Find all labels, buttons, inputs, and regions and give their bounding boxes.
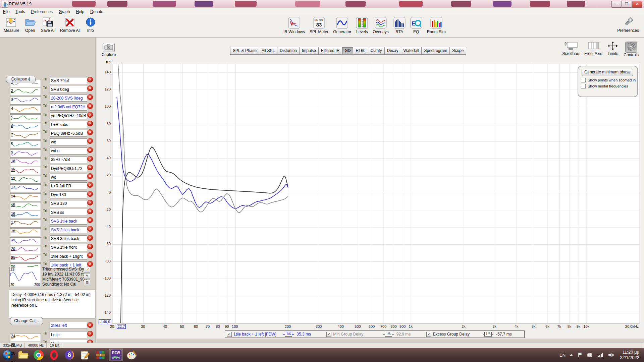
menu-file[interactable]: File [0, 8, 12, 15]
taskbar-secure-browser[interactable] [63, 349, 76, 361]
measurement-thumbnail[interactable]: 16 [10, 211, 41, 219]
controls-button[interactable]: Controls [624, 42, 639, 57]
clock[interactable]: 11:20 μμ 22/1/2022 [620, 350, 639, 360]
eq-button[interactable]: EEQ [410, 17, 422, 34]
measurement-name-input[interactable] [50, 156, 87, 163]
taskbar-chrome[interactable] [32, 349, 45, 361]
change-cal-button[interactable]: Change Cal... [10, 317, 43, 325]
taskbar-rew[interactable]: REWV5.1 [109, 349, 123, 361]
measurement-thumbnail[interactable]: 7 [10, 132, 41, 140]
taskbar-file-explorer[interactable] [16, 349, 30, 361]
measurement-row-10[interactable]: 10Tri✕ [5, 157, 93, 166]
rta-button[interactable]: RTA [393, 17, 406, 34]
measurement-thumbnail[interactable]: 5 [10, 114, 41, 122]
measurement-name-input[interactable] [50, 253, 87, 260]
measurement-thumbnail[interactable]: 3 [10, 97, 41, 105]
delete-measurement-button[interactable]: ✕ [87, 173, 93, 179]
scrollbars-button[interactable]: Scrollbars [562, 42, 580, 57]
plot-area[interactable] [112, 64, 640, 323]
menu-help[interactable]: Help [73, 8, 87, 15]
delete-measurement-button[interactable]: ✕ [87, 182, 93, 188]
info-sheet-icon[interactable]: ▤ [84, 280, 90, 285]
measurement-thumbnail[interactable]: 13 [10, 184, 41, 192]
spl-meter-button[interactable]: dB SPL83SPL Meter [310, 17, 328, 34]
taskbar-notepad[interactable] [78, 349, 92, 361]
measurement-row-8[interactable]: 8Tri✕ [5, 139, 93, 148]
measurement-name-input[interactable] [50, 209, 87, 216]
measurement-thumbnail[interactable]: 8 [10, 140, 41, 148]
measurement-name-input[interactable] [50, 104, 87, 111]
delete-measurement-button[interactable]: ✕ [87, 165, 93, 170]
network-signal-icon[interactable] [598, 352, 604, 358]
measurement-row-17[interactable]: 17Tri✕ [5, 218, 93, 227]
language-indicator[interactable]: EN [559, 353, 566, 358]
remove-all-button[interactable]: Remove All [60, 17, 80, 33]
trace-visibility-checkbox[interactable]: ✓ [326, 332, 331, 337]
delete-measurement-button[interactable]: ✕ [87, 244, 93, 249]
tab-impulse[interactable]: Impulse [300, 47, 319, 55]
taskbar-paint[interactable] [125, 349, 139, 361]
close-button[interactable]: ✕ [632, 1, 642, 8]
preferences-button[interactable]: Preferences [617, 17, 639, 33]
measurement-name-input[interactable] [50, 331, 87, 338]
levels-button[interactable]: 0369Levels [356, 17, 368, 34]
tab-rt60[interactable]: RT60 [353, 47, 368, 55]
delete-measurement-button[interactable]: ✕ [87, 235, 93, 241]
measurement-name-input[interactable] [50, 121, 87, 128]
tab-filtered-ir[interactable]: Filtered IR [319, 47, 342, 55]
delete-measurement-button[interactable]: ✕ [87, 138, 93, 144]
delete-measurement-button[interactable]: ✕ [87, 156, 93, 162]
measurement-thumbnail[interactable]: 24 [10, 333, 41, 341]
delete-measurement-button[interactable]: ✕ [87, 129, 93, 135]
checkbox[interactable] [581, 84, 586, 88]
measurement-name-input[interactable] [50, 165, 87, 172]
measurement-row-2[interactable]: 2Tri✕ [5, 86, 93, 95]
measurement-name-input[interactable] [50, 191, 87, 198]
delete-measurement-button[interactable]: ✕ [87, 200, 93, 205]
collapse-button[interactable]: Collapse ⟪ [6, 76, 36, 83]
measurement-thumbnail[interactable]: 10 [10, 158, 41, 166]
delete-measurement-button[interactable]: ✕ [87, 147, 93, 153]
generate-minimum-phase-button[interactable]: Generate minimum phase [582, 69, 633, 76]
measurement-row-7[interactable]: 7Tri✕ [5, 130, 93, 139]
menu-tools[interactable]: Tools [12, 8, 28, 15]
measurement-row-12[interactable]: 12Tri✕ [5, 174, 93, 183]
delete-measurement-button[interactable]: ✕ [87, 217, 93, 223]
delete-measurement-button[interactable]: ✕ [87, 252, 93, 258]
fdw-window-spinner[interactable]: 1/6 [383, 332, 394, 337]
tab-all-spl[interactable]: All SPL [259, 47, 277, 55]
maximize-button[interactable]: ❐ [622, 1, 632, 8]
measurement-name-input[interactable] [50, 77, 87, 84]
measurement-name-input[interactable] [50, 86, 87, 93]
measurement-row-14[interactable]: 14Tri✕ [5, 192, 93, 201]
limits-button[interactable]: Limits [606, 42, 620, 57]
measurement-name-input[interactable] [50, 174, 87, 181]
measurement-name-input[interactable] [50, 235, 87, 242]
measurement-row-6[interactable]: 6Tri✕ [5, 122, 93, 130]
measurement-thumbnail[interactable]: 14 [10, 193, 41, 201]
tab-waterfall[interactable]: Waterfall [401, 47, 422, 55]
measurement-name-input[interactable] [50, 130, 87, 137]
menu-donate[interactable]: Donate [87, 8, 106, 15]
measurement-name-input[interactable] [50, 95, 87, 102]
measurement-thumbnail[interactable]: 15 [10, 202, 41, 210]
measurement-name-input[interactable] [50, 182, 87, 189]
measurement-name-input[interactable] [50, 226, 87, 233]
trace-visibility-checkbox[interactable]: ✓ [227, 332, 232, 337]
measurement-thumbnail[interactable]: 4 [10, 106, 41, 114]
measurement-name-input[interactable] [50, 244, 87, 251]
title-bar[interactable]: REW V5,19 ─ ❐ ✕ [0, 0, 644, 8]
chevron-up-icon[interactable] [569, 353, 574, 357]
measurement-row-13[interactable]: 13Tri✕ [5, 183, 93, 192]
measurement-row-15[interactable]: 15Tri✕ [5, 201, 93, 209]
tab-spectrogram[interactable]: Spectrogram [422, 47, 450, 55]
overlays-button[interactable]: Overlays [373, 17, 388, 34]
selected-measurement-thumbnail[interactable]: 23 20 200 [9, 267, 41, 287]
delete-measurement-button[interactable]: ✕ [87, 208, 93, 214]
delete-measurement-button[interactable]: ✕ [87, 103, 93, 109]
measurement-row-3[interactable]: 3Tri✕ [5, 95, 93, 104]
delete-measurement-button[interactable]: ✕ [87, 121, 93, 126]
capture-button[interactable]: Capture ms [99, 43, 119, 64]
volume-icon[interactable] [608, 352, 614, 358]
tab-gd[interactable]: GD [342, 47, 353, 55]
